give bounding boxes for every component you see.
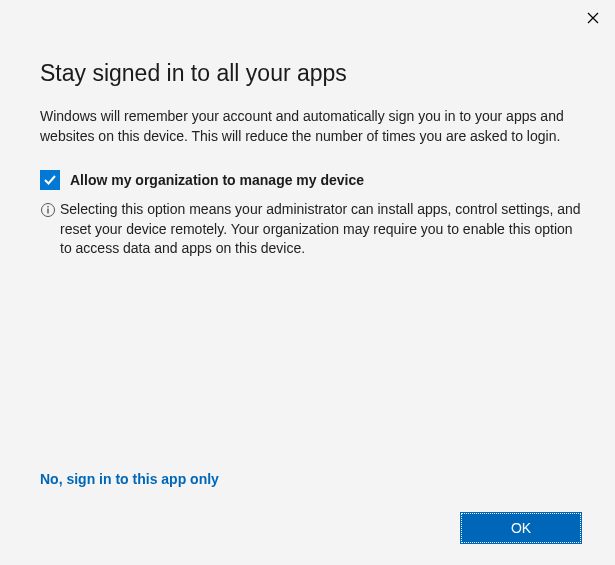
manage-device-label: Allow my organization to manage my devic…: [70, 172, 364, 188]
app-only-link[interactable]: No, sign in to this app only: [40, 471, 581, 487]
dialog-title: Stay signed in to all your apps: [40, 60, 581, 87]
spacer: [40, 259, 581, 471]
manage-device-row: Allow my organization to manage my devic…: [40, 170, 581, 190]
info-text: Selecting this option means your adminis…: [60, 200, 581, 259]
dialog-content: Stay signed in to all your apps Windows …: [10, 30, 611, 513]
dialog-description: Windows will remember your account and a…: [40, 107, 581, 146]
close-icon: [587, 12, 599, 24]
svg-rect-1: [47, 206, 48, 207]
info-row: Selecting this option means your adminis…: [40, 200, 581, 259]
checkmark-icon: [43, 173, 57, 187]
titlebar: [10, 0, 611, 30]
close-button[interactable]: [581, 6, 605, 30]
manage-device-checkbox[interactable]: [40, 170, 60, 190]
signin-dialog: Stay signed in to all your apps Windows …: [10, 0, 611, 561]
ok-button[interactable]: OK: [461, 513, 581, 543]
svg-rect-2: [47, 209, 48, 214]
dialog-footer: OK: [10, 513, 611, 561]
info-icon: [40, 202, 56, 218]
